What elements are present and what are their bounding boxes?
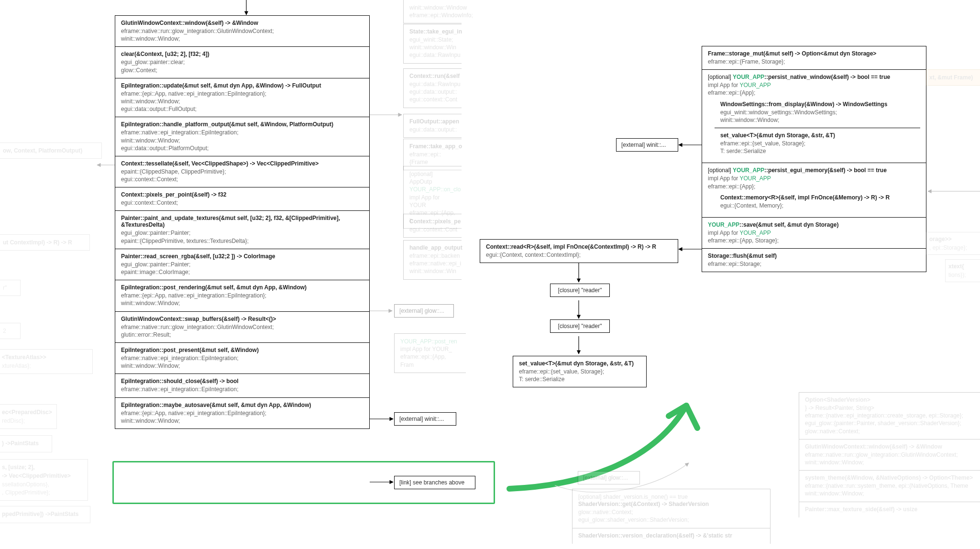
cell-detail: winit::window::Window; [121,417,363,425]
main-stack-cell: Painter::paint_and_update_textures(&mut … [115,211,369,249]
cell-signature: EpiIntegration::update(&mut self, &mut d… [121,82,363,89]
cell-detail: eframe::native::epi_integration::EpiInte… [121,385,363,393]
cell-detail: epaint::{ClippedShape, ClippedPrimitive}… [121,168,363,176]
cell-detail: eframe::{epi::App, native::epi_integrati… [121,409,363,417]
faded-right-cell: GlutinWindowContext::window(&self) -> &W… [799,439,980,471]
faded-left-f: ec<PreparedDisc> redDisc}; [0,404,57,429]
context-read-sig: Context::read<R>(&self, impl FnOnce(&Con… [486,243,672,250]
context-read-detail: egui::{Context, context::ContextImpl}; [486,251,672,259]
faded-mid-g: Context::pixels_pe egui::context::Cont [403,214,462,238]
cell-signature: Context::tessellate(&self, Vec<ClippedSh… [121,160,363,167]
faded-right-cell: Painter::max_texture_side(&self) -> usiz… [799,502,980,517]
cell-detail: eframe::{epi::App, native::epi_integrati… [121,90,363,98]
faded-right-1: orage>> , epi::Storage}; [926,232,980,255]
cell-signature: [optional] YOUR_APP::persist_native_wind… [708,74,920,80]
faded-left-g: ) ->PaintStats [0,435,52,452]
right-stack-node: Frame::storage_mut(&mut self) -> Option<… [702,46,926,272]
main-stack-cell: EpiIntegration::post_present(&mut self, … [115,343,369,374]
cell-signature: GlutinWindowContext::window(&self) -> &W… [121,20,363,26]
external-glow-label: [external] glow::... [399,307,444,314]
set-value-sig: set_value<T>(&mut dyn Storage, &str, &T) [519,360,640,367]
main-stack-cell: EpiIntegration::post_rendering(&mut self… [115,280,369,311]
right-stack-cell: set_value<T>(&mut dyn Storage, &str, &T)… [715,128,920,159]
main-stack-node: GlutinWindowContext::window(&self) -> &W… [115,15,370,429]
closure-reader-2: [closure] "reader" [550,319,610,333]
link-see-branches-label: [link] see branches above [399,479,464,486]
cell-detail: eframe::native::epi_integration::EpiInte… [121,129,363,136]
faded-left-d: 2 [0,323,21,339]
right-stack-cell: WindowSettings::from_display(&Window) ->… [715,97,920,128]
right-stack-cell: [optional] YOUR_APP::persist_egui_memory… [702,163,926,218]
main-stack-cell: GlutinWindowContext::window(&self) -> &W… [115,16,369,47]
set-value-node: set_value<T>(&mut dyn Storage, &str, &T)… [513,356,647,387]
faded-right-stack: Option<ShaderVersion>} -> Result<Painter… [799,392,980,517]
cell-signature: Painter::read_screen_rgba(&self, [u32;2 … [121,253,363,260]
faded-mid-h: handle_app_output eframe::epi::backen ef… [403,240,462,280]
closure-reader-1: [closure] "reader" [550,284,610,297]
main-stack-cell: EpiIntegration::handle_platform_output(&… [115,117,369,156]
faded-mid-c: Context::run(&self egui::data::RawInpu e… [403,68,462,108]
main-stack-cell: EpiIntegration::maybe_autosave(&mut self… [115,398,369,428]
faded-mid-a: winit::window::Window eframe::epi::Windo… [403,0,462,23]
cell-detail: winit::window::Window; [121,35,363,43]
right-stack-cell: Frame::storage_mut(&mut self) -> Option<… [702,46,926,70]
cell-signature: clear(&Context, [u32; 2], [f32; 4]) [121,51,363,57]
faded-bottom-shader: [optional] shader_version.is_none() == t… [572,489,771,544]
cell-detail: winit::window::Window; [720,116,914,124]
cell-signature: GlutinWindowContext::swap_buffers(&self)… [121,316,363,322]
cell-detail: winit::window::Window; [121,362,363,370]
cell-detail: eframe::{epi::App, native::epi_integrati… [121,292,363,299]
faded-right-2: xtext{ tions}); [945,259,980,282]
cell-signature: Frame::storage_mut(&mut self) -> Option<… [708,50,920,57]
cell-signature: WindowSettings::from_display(&Window) ->… [720,101,914,108]
cell-detail: eframe::epi::{Frame, Storage}; [708,58,920,66]
right-stack-cell: Storage::flush(&mut self)eframe::epi::St… [702,249,926,272]
cell-detail: egui::context::Context; [121,199,363,207]
cell-detail: eframe::native::run::glow_integration::G… [121,27,363,35]
faded-right-orange: xt, &mut Frame) [926,69,980,86]
cell-signature: YOUR_APP::save(&mut self, &mut dyn Stora… [708,221,920,228]
faded-mid-d: FullOutput::appen egui::data::output:: [403,114,462,138]
cell-signature: set_value<T>(&mut dyn Storage, &str, &T) [720,132,914,139]
main-stack-cell: clear(&Context, [u32; 2], [f32; 4])egui_… [115,47,369,78]
faded-left-e: <TextureAtlas>> xtureAtlas}; [0,349,93,374]
cell-detail: egui::data::output::PlatformOutput; [121,144,363,152]
external-glow-node: [external] glow::... [394,304,454,318]
cell-signature: EpiIntegration::post_present(&mut self, … [121,347,363,353]
external-winit-label-2: [external] winit::... [399,416,444,422]
cell-signature: EpiIntegration::post_rendering(&mut self… [121,284,363,291]
cell-detail: epaint::{ClippedPrimitive, textures::Tex… [121,237,363,245]
main-stack-cell: EpiIntegration::should_close(&self) -> b… [115,374,369,397]
external-winit-node-2: [external] winit::... [394,412,456,426]
cell-detail: egui::{Context, Memory}; [720,202,914,209]
cell-detail: egui::data::output::FullOutput; [121,105,363,113]
cell-signature: Context::memory<R>(&self, impl FnOnce(&M… [720,194,914,201]
cell-detail: winit::window::Window; [121,299,363,307]
cell-detail: eframe::native::run::glow_integration::G… [121,323,363,331]
cell-signature: EpiIntegration::handle_platform_output(&… [121,121,363,128]
faded-right-cell: system_theme(&Window, &NativeOptions) ->… [799,471,980,502]
faded-left-i: ppedPrimitive]) ->PaintStats [0,506,90,523]
cell-detail: egui_glow::painter::Painter; [121,261,363,268]
cell-detail: epaint::image::ColorImage; [121,268,363,276]
cell-detail: eframe::epi::{set_value, Storage}; [720,140,914,147]
cell-detail: T: serde::Serialize [720,147,914,155]
right-stack-cell: YOUR_APP::save(&mut self, &mut dyn Stora… [702,218,926,249]
faded-right-cell: Option<ShaderVersion>} -> Result<Painter… [799,393,980,439]
main-stack-cell: EpiIntegration::update(&mut self, &mut d… [115,78,369,118]
cell-detail: glutin::error::Result; [121,331,363,339]
cell-signature: Painter::paint_and_update_textures(&mut … [121,215,363,228]
main-stack-cell: Context::tessellate(&self, Vec<ClippedSh… [115,156,369,187]
cell-detail: egui_glow::painter::Painter; [121,229,363,237]
right-stack-cell: Context::memory<R>(&self, impl FnOnce(&M… [715,190,920,213]
cell-detail: egui_winit::window_settings::WindowSetti… [720,109,914,116]
faded-left-a: ow, Context, PlatformOutput) [0,143,102,159]
cell-detail: egui::context::Context; [121,176,363,183]
cell-signature: [optional] YOUR_APP::persist_egui_memory… [708,167,920,174]
faded-left-c: r" [0,280,21,296]
faded-mid-b: State::take_egui_in egui_winit::State; w… [403,24,462,64]
cell-detail: egui_glow::painter::clear; [121,58,363,66]
faded-bottom-glow: [external] glow::... [578,471,640,484]
cell-detail: winit::window::Window; [121,98,363,105]
right-stack-cell: [optional] YOUR_APP::persist_native_wind… [702,70,926,163]
